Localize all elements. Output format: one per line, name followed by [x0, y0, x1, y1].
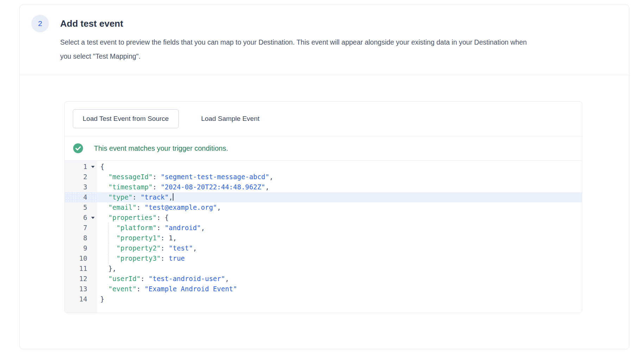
- line-number: 2: [65, 172, 97, 182]
- line-number: 1: [65, 162, 97, 172]
- line-number: 4: [65, 192, 97, 202]
- code-line[interactable]: 6 "properties": {: [65, 213, 582, 223]
- line-number: 3: [65, 182, 97, 192]
- indent-guide: [108, 233, 109, 243]
- code-line[interactable]: 8 "property1": 1,: [65, 233, 582, 243]
- load-sample-event-button[interactable]: Load Sample Event: [201, 115, 260, 123]
- json-editor[interactable]: 1{2 "messageId": "segment-test-message-a…: [65, 160, 582, 313]
- line-number: 5: [65, 202, 97, 213]
- fold-arrow-icon[interactable]: [91, 166, 95, 168]
- code-line[interactable]: 14}: [65, 294, 582, 304]
- test-event-card: Load Test Event from Source Load Sample …: [64, 101, 582, 313]
- code-line[interactable]: 13 "event": "Example Android Event": [65, 284, 582, 294]
- step-number-badge: 2: [31, 15, 49, 32]
- event-source-toolbar: Load Test Event from Source Load Sample …: [65, 102, 582, 136]
- line-number: 10: [65, 253, 97, 264]
- text-cursor: [173, 193, 173, 201]
- code-line[interactable]: 5 "email": "test@example.org",: [65, 202, 582, 213]
- code-line[interactable]: 2 "messageId": "segment-test-message-abc…: [65, 172, 582, 182]
- line-number: 9: [65, 243, 97, 253]
- panel-header: 2 Add test event Select a test event to …: [20, 5, 629, 75]
- status-message: This event matches your trigger conditio…: [94, 144, 228, 152]
- code-line[interactable]: 11 },: [65, 264, 582, 274]
- indent-guide: [108, 253, 109, 264]
- section-title: Add test event: [60, 18, 123, 29]
- indent-guide: [108, 223, 109, 233]
- trigger-match-status: This event matches your trigger conditio…: [65, 136, 582, 160]
- code-line[interactable]: 10 "property3": true: [65, 253, 582, 264]
- line-number: 6: [65, 213, 97, 223]
- code-line[interactable]: 7 "platform": "android",: [65, 223, 582, 233]
- line-number: 12: [65, 274, 97, 284]
- fold-arrow-icon[interactable]: [91, 217, 95, 219]
- line-number: 13: [65, 284, 97, 294]
- code-line[interactable]: 12 "userId": "test-android-user",: [65, 274, 582, 284]
- line-number: 11: [65, 264, 97, 274]
- load-test-event-button[interactable]: Load Test Event from Source: [73, 109, 179, 128]
- line-number: 14: [65, 294, 97, 304]
- code-line[interactable]: 3 "timestamp": "2024-08-20T22:44:48.962Z…: [65, 182, 582, 192]
- indent-guide: [108, 243, 109, 253]
- code-line[interactable]: 1{: [65, 162, 582, 172]
- line-number: 7: [65, 223, 97, 233]
- check-circle-icon: [73, 143, 83, 153]
- code-line[interactable]: 9 "property2": "test",: [65, 243, 582, 253]
- add-test-event-panel: 2 Add test event Select a test event to …: [19, 5, 629, 349]
- line-number: 8: [65, 233, 97, 243]
- code-line[interactable]: 4 "type": "track",: [65, 192, 582, 202]
- section-description: Select a test event to preview the field…: [60, 35, 535, 63]
